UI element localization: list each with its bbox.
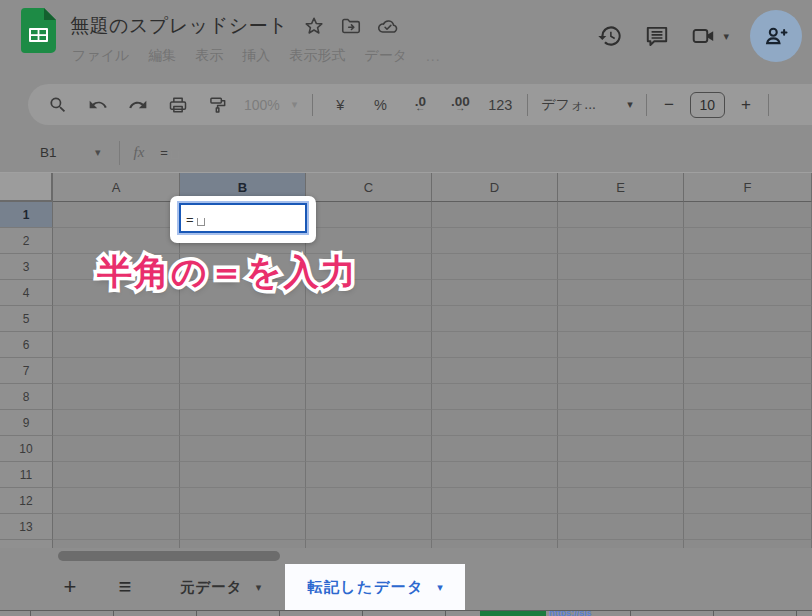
cell-A13[interactable] (53, 514, 180, 540)
cell-D8[interactable] (432, 384, 558, 410)
redo-icon[interactable] (118, 90, 158, 120)
column-header-E[interactable]: E (558, 173, 684, 202)
cell-C11[interactable] (306, 462, 432, 488)
cell-A6[interactable] (53, 332, 180, 358)
column-header-F[interactable]: F (684, 173, 812, 202)
cell-C14[interactable] (306, 540, 432, 548)
cell-E6[interactable] (558, 332, 684, 358)
cell-B8[interactable] (180, 384, 306, 410)
cell-D7[interactable] (432, 358, 558, 384)
menu-insert[interactable]: 挿入 (242, 47, 270, 65)
increase-font-size-button[interactable]: + (735, 95, 757, 115)
star-icon[interactable] (303, 15, 325, 37)
menu-view[interactable]: 表示 (195, 47, 223, 65)
menu-edit[interactable]: 編集 (148, 47, 176, 65)
font-selector[interactable]: デフォ... ▾ (541, 96, 633, 114)
cell-F3[interactable] (684, 254, 812, 280)
move-folder-icon[interactable] (340, 15, 362, 37)
row-header-2[interactable]: 2 (0, 228, 53, 254)
cell-C7[interactable] (306, 358, 432, 384)
column-header-D[interactable]: D (432, 173, 558, 202)
cell-F5[interactable] (684, 306, 812, 332)
cell-A8[interactable] (53, 384, 180, 410)
share-button[interactable] (750, 10, 802, 62)
sheet-tab-tenki-data-active[interactable]: 転記したデータ ▾ (285, 564, 464, 610)
cell-B10[interactable] (180, 436, 306, 462)
cell-E4[interactable] (558, 280, 684, 306)
cell-F9[interactable] (684, 410, 812, 436)
cell-D4[interactable] (432, 280, 558, 306)
cell-C10[interactable] (306, 436, 432, 462)
cell-B7[interactable] (180, 358, 306, 384)
cell-B11[interactable] (180, 462, 306, 488)
currency-format-button[interactable]: ¥ (320, 97, 360, 113)
row-header-3[interactable]: 3 (0, 254, 53, 280)
horizontal-scrollbar[interactable] (58, 551, 280, 561)
row-header-13[interactable]: 13 (0, 514, 53, 540)
cell-E9[interactable] (558, 410, 684, 436)
cell-A7[interactable] (53, 358, 180, 384)
cell-E10[interactable] (558, 436, 684, 462)
cell-D13[interactable] (432, 514, 558, 540)
paint-format-icon[interactable] (198, 90, 238, 120)
cell-D10[interactable] (432, 436, 558, 462)
cell-E8[interactable] (558, 384, 684, 410)
active-cell-b1-editor[interactable]: = (179, 203, 307, 233)
column-header-C[interactable]: C (306, 173, 432, 202)
cell-A10[interactable] (53, 436, 180, 462)
cell-E12[interactable] (558, 488, 684, 514)
row-header-10[interactable]: 10 (0, 436, 53, 462)
increase-decimal-button[interactable]: .00→ (440, 98, 480, 111)
cell-C6[interactable] (306, 332, 432, 358)
cell-C5[interactable] (306, 306, 432, 332)
decrease-decimal-button[interactable]: .0← (400, 98, 440, 111)
cell-F1[interactable] (684, 202, 812, 228)
row-header-6[interactable]: 6 (0, 332, 53, 358)
cell-E14[interactable] (558, 540, 684, 548)
print-icon[interactable] (158, 90, 198, 120)
cell-F10[interactable] (684, 436, 812, 462)
menu-format[interactable]: 表示形式 (289, 47, 345, 65)
all-sheets-menu-icon[interactable]: ≡ (112, 574, 138, 600)
cell-D2[interactable] (432, 228, 558, 254)
cell-B13[interactable] (180, 514, 306, 540)
cell-F11[interactable] (684, 462, 812, 488)
row-header-12[interactable]: 12 (0, 488, 53, 514)
version-history-icon[interactable] (597, 23, 623, 49)
cell-D14[interactable] (432, 540, 558, 548)
sheet-tab-moto-data[interactable]: 元データ ▾ (180, 578, 261, 597)
comments-icon[interactable] (644, 23, 670, 49)
column-header-A[interactable]: A (53, 173, 180, 202)
cell-C9[interactable] (306, 410, 432, 436)
row-header-8[interactable]: 8 (0, 384, 53, 410)
cell-A12[interactable] (53, 488, 180, 514)
cell-D6[interactable] (432, 332, 558, 358)
row-header-7[interactable]: 7 (0, 358, 53, 384)
menu-data[interactable]: データ (364, 47, 407, 65)
font-size-input[interactable]: 10 (690, 92, 725, 118)
row-header-11[interactable]: 11 (0, 462, 53, 488)
cell-C1[interactable] (306, 202, 432, 228)
cell-B12[interactable] (180, 488, 306, 514)
cell-A1[interactable] (53, 202, 180, 228)
cell-E3[interactable] (558, 254, 684, 280)
row-header-4[interactable]: 4 (0, 280, 53, 306)
cell-A11[interactable] (53, 462, 180, 488)
cell-D9[interactable] (432, 410, 558, 436)
more-formats-button[interactable]: 123 (480, 97, 520, 113)
cell-C8[interactable] (306, 384, 432, 410)
cell-E13[interactable] (558, 514, 684, 540)
cell-A9[interactable] (53, 410, 180, 436)
zoom-control[interactable]: 100% ▾ (244, 97, 297, 113)
cell-F2[interactable] (684, 228, 812, 254)
cell-F6[interactable] (684, 332, 812, 358)
cell-F7[interactable] (684, 358, 812, 384)
cell-E5[interactable] (558, 306, 684, 332)
cell-F12[interactable] (684, 488, 812, 514)
select-all-corner[interactable] (0, 173, 53, 202)
video-call-button[interactable]: ▾ (691, 23, 729, 49)
row-header-5[interactable]: 5 (0, 306, 53, 332)
sheets-logo-icon[interactable] (21, 8, 56, 53)
cell-C12[interactable] (306, 488, 432, 514)
cell-F14[interactable] (684, 540, 812, 548)
